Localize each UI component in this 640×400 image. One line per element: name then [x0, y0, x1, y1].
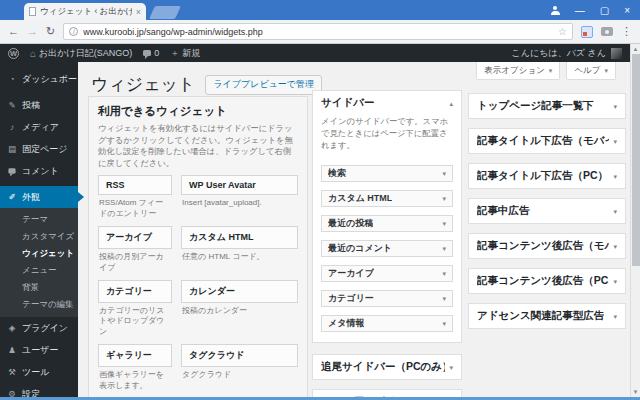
- sidebar-item-pages[interactable]: ▤固定ページ: [0, 138, 78, 160]
- minimize-button[interactable]: —: [575, 5, 585, 16]
- active-widget-title: 検索: [328, 167, 346, 180]
- active-widget-search[interactable]: 検索▾: [321, 165, 453, 182]
- chevron-down-icon[interactable]: ▾: [613, 138, 617, 145]
- sidebar-item-media[interactable]: ♪メディア: [0, 116, 78, 138]
- widget-description: Insert [avatar_upload].: [182, 198, 297, 208]
- chevron-down-icon[interactable]: ▾: [613, 103, 617, 110]
- submenu-item-menus[interactable]: メニュー: [0, 262, 78, 279]
- widget-cell: アーカイブ投稿の月別アーカイブ: [98, 226, 172, 280]
- widget-tile[interactable]: RSS: [98, 175, 172, 195]
- collapsed-sidebar-title: 記事コンテンツ後広告（PC）: [477, 274, 609, 288]
- chevron-down-icon[interactable]: ▾: [613, 208, 617, 215]
- browser-titlebar: ウィジェット ‹ お出かけ日記(S × — ▢ ×: [0, 0, 640, 20]
- admin-bar-comments-link[interactable]: 0: [143, 48, 159, 58]
- sidebar-item-appearance[interactable]: ✐外観: [0, 186, 78, 208]
- admin-bar-new-link[interactable]: ＋ 新規: [170, 47, 200, 60]
- active-widget-meta[interactable]: メタ情報▾: [321, 315, 453, 332]
- scroll-down-icon[interactable]: ▼: [631, 389, 640, 395]
- camera-extension-icon[interactable]: [601, 27, 613, 36]
- collapsed-sidebar-header[interactable]: 記事中広告▾: [469, 199, 625, 223]
- sidebar-item-users[interactable]: ♟ユーザー: [0, 339, 78, 361]
- bookmark-star-icon[interactable]: ☆: [558, 26, 567, 37]
- widget-tile[interactable]: アーカイブ: [98, 226, 172, 249]
- chevron-down-icon[interactable]: ▾: [613, 173, 617, 180]
- new-tab-button[interactable]: [149, 6, 181, 19]
- collapsed-sidebar-header[interactable]: 記事タイトル下広告（モバイル▾: [469, 129, 625, 153]
- sidebar-item-label: プラグイン: [22, 322, 68, 335]
- chevron-down-icon[interactable]: ▾: [613, 243, 617, 250]
- address-bar[interactable]: i www.kuroobi.jp/sango/wp-admin/widgets.…: [63, 23, 573, 40]
- collapsed-sidebar-header[interactable]: 記事タイトル下広告（PC）▾: [469, 164, 625, 188]
- profile-person-icon[interactable]: [551, 6, 560, 15]
- chevron-down-icon[interactable]: ▾: [613, 313, 617, 320]
- page-scrollbar[interactable]: ▲ ▼: [630, 44, 640, 397]
- url-text[interactable]: www.kuroobi.jp/sango/wp-admin/widgets.ph…: [83, 27, 553, 37]
- reload-icon[interactable]: ↻: [46, 26, 55, 37]
- chevron-down-icon[interactable]: ▾: [442, 245, 446, 252]
- pages-icon: ▤: [7, 145, 17, 154]
- scroll-up-icon[interactable]: ▲: [631, 46, 640, 52]
- sidebar-item-tools[interactable]: ⚒ツール: [0, 361, 78, 383]
- active-widget-title: 最近のコメント: [328, 242, 392, 255]
- chevron-down-icon[interactable]: ▾: [449, 364, 453, 371]
- collapsed-sidebar-header[interactable]: アドセンス関連記事型広告▾: [469, 304, 625, 328]
- tab-close-icon[interactable]: ×: [136, 7, 141, 17]
- site-name: お出かけ日記(SANGO): [39, 47, 132, 60]
- chevron-down-icon: ▾: [604, 67, 608, 74]
- help-button[interactable]: ヘルプ▾: [566, 62, 616, 80]
- active-widget-archives[interactable]: アーカイブ▾: [321, 265, 453, 282]
- chevron-down-icon[interactable]: ▾: [613, 278, 617, 285]
- maximize-button[interactable]: ▢: [600, 5, 609, 16]
- chevron-down-icon[interactable]: ▾: [442, 220, 446, 227]
- sidebar-item-dashboard[interactable]: ◔ダッシュボード: [0, 68, 78, 90]
- back-icon[interactable]: ←: [8, 26, 19, 37]
- active-widget-custom-html[interactable]: カスタム HTML▾: [321, 190, 453, 207]
- collapsed-sidebar-header[interactable]: 記事コンテンツ後広告（モバイ▾: [469, 234, 625, 258]
- chevron-down-icon[interactable]: ▾: [442, 195, 446, 202]
- collapsed-sidebar-header[interactable]: トップページ記事一覧下▾: [469, 94, 625, 118]
- manage-live-preview-button[interactable]: ライブプレビューで管理: [205, 75, 322, 95]
- widget-tile[interactable]: カスタム HTML: [181, 226, 298, 249]
- collapsed-sidebar-in-article-ad: 記事中広告▾: [468, 198, 626, 224]
- screen-options-button[interactable]: 表示オプション▾: [476, 62, 560, 80]
- sidebar-item-posts[interactable]: ✎投稿: [0, 94, 78, 116]
- widget-tile[interactable]: ギャラリー: [98, 344, 172, 367]
- submenu-item-customize[interactable]: カスタマイズ: [0, 228, 78, 245]
- comment-count: 0: [154, 48, 159, 58]
- chevron-down-icon[interactable]: ▾: [442, 170, 446, 177]
- chevron-down-icon[interactable]: ▾: [442, 295, 446, 302]
- collapsed-sidebar-header[interactable]: 追尾サイドバー（PCのみ）▾: [313, 355, 461, 379]
- submenu-item-widgets[interactable]: ウィジェット: [0, 245, 78, 262]
- sidebars-column-2: トップページ記事一覧下▾ 記事タイトル下広告（モバイル▾ 記事タイトル下広告（P…: [468, 93, 626, 338]
- admin-bar-site-link[interactable]: ⌂ お出かけ日記(SANGO): [30, 47, 132, 60]
- collapsed-sidebar-header[interactable]: スマホ用ナビドロワー（ハンバ▾: [313, 390, 461, 397]
- forward-icon[interactable]: →: [27, 26, 38, 37]
- active-widget-recent-posts[interactable]: 最近の投稿▾: [321, 215, 453, 232]
- widget-tile[interactable]: カテゴリー: [98, 280, 172, 303]
- sidebar-area-header[interactable]: サイドバー ▴: [313, 91, 461, 115]
- active-widget-categories[interactable]: カテゴリー▾: [321, 290, 453, 307]
- scrollbar-thumb[interactable]: [632, 54, 640, 266]
- chevron-down-icon[interactable]: ▾: [442, 270, 446, 277]
- widget-tile[interactable]: WP User Avatar: [181, 175, 298, 195]
- page-header: ウィジェット ライブプレビューで管理: [91, 73, 322, 96]
- active-widget-title: 最近の投稿: [328, 217, 373, 230]
- submenu-item-themes[interactable]: テーマ: [0, 211, 78, 228]
- chevron-up-icon[interactable]: ▴: [449, 100, 453, 107]
- browser-tab[interactable]: ウィジェット ‹ お出かけ日記(S ×: [24, 3, 146, 20]
- site-info-icon[interactable]: i: [69, 27, 78, 36]
- widget-tile[interactable]: カレンダー: [181, 280, 298, 303]
- browser-menu-icon[interactable]: ⋮: [621, 25, 632, 38]
- close-button[interactable]: ×: [624, 5, 630, 16]
- admin-bar-account[interactable]: こんにちは、バズ さん: [512, 47, 622, 60]
- collapsed-sidebar-header[interactable]: 記事コンテンツ後広告（PC）▾: [469, 269, 625, 293]
- sidebar-item-comments[interactable]: コメント: [0, 160, 78, 182]
- widget-tile[interactable]: タグクラウド: [181, 344, 298, 367]
- chevron-down-icon[interactable]: ▾: [442, 320, 446, 327]
- wp-logo-icon[interactable]: W: [8, 48, 19, 59]
- extension-icon[interactable]: [581, 26, 593, 38]
- sidebar-item-plugins[interactable]: ◈プラグイン: [0, 317, 78, 339]
- submenu-item-editor[interactable]: テーマの編集: [0, 296, 78, 313]
- submenu-item-background[interactable]: 背景: [0, 279, 78, 296]
- active-widget-recent-comments[interactable]: 最近のコメント▾: [321, 240, 453, 257]
